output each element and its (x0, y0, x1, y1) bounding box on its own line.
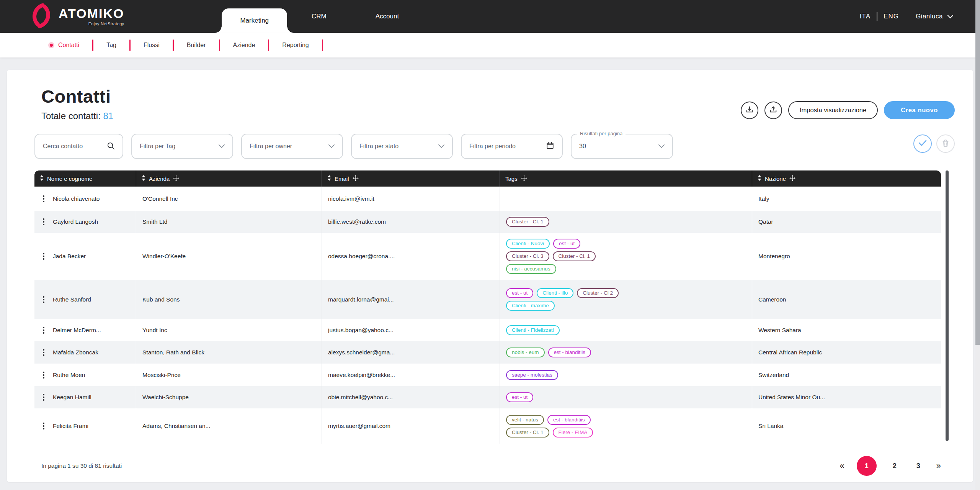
email-cell: obie.mitchell@yahoo.c... (322, 386, 500, 408)
sort-icon[interactable] (40, 175, 44, 182)
company-cell: Yundt Inc (136, 319, 322, 341)
email-cell: billie.west@ratke.com (322, 211, 500, 233)
subnav-item-contatti[interactable]: Contatti (35, 42, 92, 49)
active-dot-icon (48, 42, 54, 48)
subnav-item-flussi[interactable]: Flussi (131, 42, 173, 49)
column-header-nome-e-cognome[interactable]: Nome e cognome (34, 170, 136, 187)
row-menu-button[interactable] (41, 251, 47, 261)
email-cell: marquardt.lorna@gmai... (322, 280, 500, 319)
page-scrollbar (975, 0, 980, 490)
tags-cell: nobis - eumest - blanditiis (500, 341, 752, 364)
table-row: Felicita Frami Adams, Christiansen an...… (34, 408, 941, 444)
filter-state-dropdown[interactable]: Filtra per stato (351, 134, 453, 159)
primary-tab-marketing[interactable]: Marketing (222, 8, 287, 33)
select-all-button[interactable] (913, 134, 932, 153)
lang-option-ita[interactable]: ITA (860, 13, 871, 20)
column-header-nazione[interactable]: Nazione (752, 170, 941, 187)
page-scrollbar-thumb[interactable] (975, 0, 980, 345)
table-row: Mafalda Zboncak Stanton, Rath and Blick … (34, 341, 941, 364)
contact-name-cell: Delmer McDerm... (34, 319, 136, 341)
language-switcher: ITAENG (860, 12, 899, 21)
sort-icon[interactable] (758, 175, 761, 182)
contacts-table: Nome e cognomeAziendaEmailTagsNazione Ni… (34, 170, 941, 444)
search-input[interactable] (43, 143, 100, 150)
move-column-icon[interactable] (521, 175, 527, 182)
primary-tab-account[interactable]: Account (351, 0, 423, 33)
row-menu-button[interactable] (41, 421, 47, 431)
tag-pill: Clienti - Fidelizzati (506, 325, 560, 335)
company-cell: Waelchi-Schuppe (136, 386, 322, 408)
atom-logo-icon (29, 3, 54, 30)
contacts-card: Contatti Totale contatti: 81 (7, 70, 973, 482)
filter-owner-dropdown[interactable]: Filtra per owner (241, 134, 343, 159)
tag-pill: Cluster - Cl. 3 (506, 251, 549, 261)
page-button-3[interactable]: 3 (913, 462, 924, 470)
table-scrollbar (946, 170, 949, 444)
country-cell: Qatar (752, 211, 941, 233)
country-cell: Switzerland (752, 364, 941, 386)
lang-option-eng[interactable]: ENG (884, 13, 899, 20)
table-scrollbar-thumb[interactable] (946, 170, 949, 441)
country-cell: Sri Lanka (752, 408, 941, 444)
contact-name-cell: Gaylord Langosh (34, 211, 136, 233)
results-per-page-select[interactable]: Risultati per pagina 30 (571, 134, 673, 159)
email-cell: myrtis.auer@gmail.com (322, 408, 500, 444)
trash-icon (942, 139, 949, 149)
column-header-tags[interactable]: Tags (500, 170, 752, 187)
subnav-item-builder[interactable]: Builder (174, 42, 219, 49)
primary-tab-crm[interactable]: CRM (287, 0, 351, 33)
tag-pill: Clienti - illo (537, 288, 573, 298)
row-menu-button[interactable] (41, 194, 47, 204)
tag-pill: Cluster - Cl. 1 (506, 217, 549, 227)
move-column-icon[interactable] (789, 175, 795, 182)
create-new-button[interactable]: Crea nuovo (884, 101, 955, 119)
results-summary: In pagina 1 su 30 di 81 risultati (41, 462, 122, 469)
prev-page-button[interactable]: « (840, 462, 844, 470)
page-button-2[interactable]: 2 (889, 462, 900, 470)
search-contact-field[interactable] (34, 134, 123, 159)
sort-icon[interactable] (327, 175, 331, 182)
row-menu-button[interactable] (41, 217, 47, 227)
row-menu-button[interactable] (41, 392, 47, 402)
tags-cell: Cluster - Cl. 1 (500, 211, 752, 233)
column-header-email[interactable]: Email (322, 170, 500, 187)
country-cell: Central African Republic (752, 341, 941, 364)
tag-pill: velit - natus (506, 415, 544, 425)
row-menu-button[interactable] (41, 295, 47, 305)
table-row: Gaylord Langosh Smith Ltd billie.west@ra… (34, 211, 941, 233)
tags-cell: Clienti - Fidelizzati (500, 319, 752, 341)
email-cell: alexys.schneider@gma... (322, 341, 500, 364)
row-menu-button[interactable] (41, 347, 47, 357)
subnav-item-tag[interactable]: Tag (93, 42, 129, 49)
contact-name-cell: Ruthe Sanford (34, 280, 136, 319)
page-title: Contatti (41, 86, 113, 107)
country-cell: Montenegro (752, 233, 941, 280)
move-column-icon[interactable] (173, 175, 179, 182)
move-column-icon[interactable] (353, 175, 359, 182)
tags-cell: est - ut (500, 386, 752, 408)
tag-pill: est - ut (506, 288, 533, 298)
export-button[interactable] (741, 102, 758, 119)
column-header-azienda[interactable]: Azienda (136, 170, 322, 187)
country-cell: Western Sahara (752, 319, 941, 341)
import-button[interactable] (764, 102, 782, 119)
filter-tag-dropdown[interactable]: Filtra per Tag (131, 134, 233, 159)
tag-pill: saepe - molestias (506, 370, 558, 380)
filter-period-picker[interactable]: Filtra per periodo (461, 134, 563, 159)
sort-icon[interactable] (142, 175, 145, 182)
next-page-button[interactable]: » (936, 462, 941, 470)
user-menu[interactable]: Gianluca (916, 13, 953, 20)
country-cell: Italy (752, 187, 941, 211)
tag-pill: Cluster - Cl. 1 (506, 428, 549, 438)
page-button-1[interactable]: 1 (857, 456, 877, 476)
subnav-item-aziende[interactable]: Aziende (220, 42, 268, 49)
checkmark-icon (918, 140, 927, 148)
set-view-button[interactable]: Imposta visualizzazione (788, 101, 878, 119)
divider (322, 39, 323, 51)
section-nav: ContattiTagFlussiBuilderAziendeReporting (0, 33, 980, 57)
row-menu-button[interactable] (41, 325, 47, 335)
delete-selected-button[interactable] (936, 134, 955, 153)
row-menu-button[interactable] (41, 370, 47, 380)
subnav-item-reporting[interactable]: Reporting (269, 42, 322, 49)
brand-name: ATOMIKO (59, 7, 124, 20)
